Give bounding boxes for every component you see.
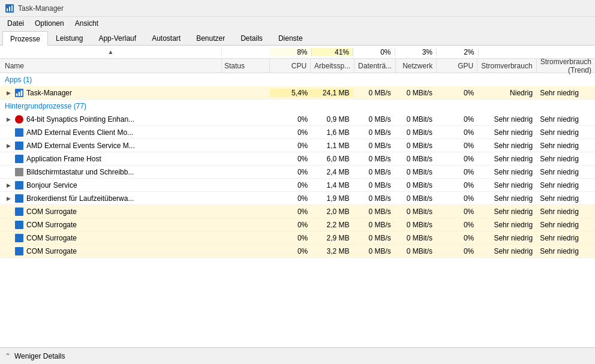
strom-trend-cell: Sehr niedrig <box>536 194 595 203</box>
bottom-bar: ⌃ Weniger Details <box>0 347 595 364</box>
ram-cell: 0,9 MB <box>311 115 353 124</box>
amd-client-icon <box>14 128 24 137</box>
proc-name-cell: ▶ Task-Manager <box>0 88 222 98</box>
strom-cell: Sehr niedrig <box>477 181 536 189</box>
expand-btn[interactable]: ▶ <box>5 195 12 202</box>
strom-trend-cell: Sehr niedrig <box>536 128 595 137</box>
proc-name-cell: ▶ Bonjour Service <box>0 181 222 190</box>
proc-name-cell: COM Surrogate <box>0 220 222 230</box>
menu-ansicht[interactable]: Ansicht <box>70 18 103 29</box>
proc-label: Bonjour Service <box>26 181 77 189</box>
table-row[interactable]: COM Surrogate 0% 2,0 MB 0 MB/s 0 MBit/s … <box>0 205 595 218</box>
ram-cell: 24,1 MB <box>311 89 353 97</box>
cpu-pct: 8% <box>270 48 312 56</box>
ram-cell: 3,2 MB <box>311 247 353 255</box>
menu-datei[interactable]: Datei <box>2 18 29 29</box>
proc-label: COM Surrogate <box>26 207 77 216</box>
header-arbeitsspeicher[interactable]: Arbeitssp... <box>311 59 354 73</box>
amd-service-icon <box>14 141 24 151</box>
gpu-cell: 0% <box>436 128 477 137</box>
header-name[interactable]: Name <box>0 59 222 73</box>
table-row[interactable]: ▶ Brokerdienst für Laufzeitüberwa... 0% … <box>0 192 595 205</box>
no-expand <box>5 155 12 163</box>
expand-btn[interactable]: ▶ <box>5 142 12 149</box>
svg-rect-1 <box>7 8 8 11</box>
com-surrogate-icon-4 <box>14 246 24 256</box>
percentage-row: ▲ 8% 41% 0% 3% 2% <box>0 46 595 59</box>
main-content: ▲ 8% 41% 0% 3% 2% Name Status CPU Arbeit… <box>0 46 595 347</box>
gpu-pct: 2% <box>437 48 479 56</box>
header-netzwerk[interactable]: Netzwerk <box>396 59 437 73</box>
header-cpu[interactable]: CPU <box>270 59 311 73</box>
gpu-cell: 0% <box>436 207 477 216</box>
proc-name-cell: ▶ Brokerdienst für Laufzeitüberwa... <box>0 194 222 203</box>
proc-name-cell: ▶ AMD External Events Service M... <box>0 141 222 151</box>
no-expand <box>5 169 12 176</box>
svg-rect-2 <box>9 7 10 11</box>
header-gpu[interactable]: GPU <box>437 59 477 73</box>
strom-trend-cell: Sehr niedrig <box>536 115 595 124</box>
com-surrogate-icon-3 <box>14 233 24 243</box>
expand-btn[interactable]: ▶ <box>5 116 12 123</box>
proc-label: Task-Manager <box>26 89 72 97</box>
header-datentraeger[interactable]: Datenträ... <box>354 59 396 73</box>
no-expand <box>5 221 12 228</box>
strom-trend-cell: Sehr niedrig <box>536 207 595 216</box>
net-cell: 0 MBit/s <box>395 168 436 176</box>
table-row[interactable]: ▶ Bonjour Service 0% 1,4 MB 0 MB/s 0 MBi… <box>0 179 595 192</box>
tab-benutzer[interactable]: Benutzer <box>188 31 233 45</box>
expand-btn[interactable]: ▶ <box>5 182 12 189</box>
strom-trend-cell: Sehr niedrig <box>536 142 595 150</box>
no-expand <box>5 248 12 255</box>
title-bar-icon <box>5 4 14 13</box>
proc-label: COM Surrogate <box>26 221 77 229</box>
table-row[interactable]: COM Surrogate 0% 2,2 MB 0 MB/s 0 MBit/s … <box>0 218 595 231</box>
menu-bar: Datei Optionen Ansicht <box>0 17 595 30</box>
cpu-cell: 0% <box>270 115 311 124</box>
table-row[interactable]: COM Surrogate 0% 2,9 MB 0 MB/s 0 MBit/s … <box>0 231 595 245</box>
svg-rect-6 <box>19 92 20 96</box>
cpu-cell: 0% <box>270 142 311 150</box>
cpu-cell: 0% <box>270 234 311 242</box>
tab-prozesse[interactable]: Prozesse <box>2 31 48 46</box>
proc-label: AMD External Events Service M... <box>26 142 135 150</box>
table-row[interactable]: Bildschirmtastatur und Schreibb... 0% 2,… <box>0 166 595 179</box>
ram-cell: 1,9 MB <box>311 194 353 203</box>
expand-btn[interactable]: ▶ <box>5 89 12 97</box>
cpu-cell: 5,4% <box>270 89 311 97</box>
net-cell: 0 MBit/s <box>395 194 436 203</box>
gpu-cell: 0% <box>436 155 477 163</box>
tab-details[interactable]: Details <box>233 31 271 45</box>
table-row[interactable]: AMD External Events Client Mo... 0% 1,6 … <box>0 126 595 139</box>
ram-cell: 1,1 MB <box>311 142 353 150</box>
com-surrogate-icon-2 <box>14 220 24 230</box>
header-stromverbrauch[interactable]: Stromverbrauch <box>477 59 536 73</box>
table-body: Apps (1) ▶ Task-Manager 5,4% 24,1 MB 0 M… <box>0 73 595 347</box>
cpu-cell: 0% <box>270 194 311 203</box>
proc-label: Brokerdienst für Laufzeitüberwa... <box>26 194 134 203</box>
bildschirm-icon <box>14 167 24 177</box>
strom-cell: Niedrig <box>477 89 536 97</box>
tab-app-verlauf[interactable]: App-Verlauf <box>91 31 144 45</box>
disk-pct: 0% <box>353 48 395 56</box>
table-row[interactable]: COM Surrogate 0% 3,2 MB 0 MB/s 0 MBit/s … <box>0 245 595 258</box>
cpu-cell: 0% <box>270 128 311 137</box>
table-row[interactable]: ▶ AMD External Events Service M... 0% 1,… <box>0 139 595 152</box>
table-row[interactable]: ▶ 64-bit Synaptics Pointing Enhan... 0% … <box>0 113 595 126</box>
menu-optionen[interactable]: Optionen <box>30 18 69 29</box>
weniger-details-label[interactable]: Weniger Details <box>14 352 65 360</box>
header-status[interactable]: Status <box>222 59 270 73</box>
header-stromverbrauch-trend[interactable]: Stromverbrauch (Trend) <box>537 59 595 73</box>
strom-cell: Sehr niedrig <box>477 234 536 242</box>
svg-rect-7 <box>21 90 23 96</box>
tab-autostart[interactable]: Autostart <box>144 31 188 45</box>
table-row[interactable]: ▶ Task-Manager 5,4% 24,1 MB 0 MB/s 0 MBi… <box>0 86 595 100</box>
disk-cell: 0 MB/s <box>353 115 395 124</box>
tab-dienste[interactable]: Dienste <box>271 31 311 45</box>
gpu-cell: 0% <box>436 115 477 124</box>
tab-leistung[interactable]: Leistung <box>48 31 91 45</box>
table-row[interactable]: Application Frame Host 0% 6,0 MB 0 MB/s … <box>0 152 595 166</box>
disk-cell: 0 MB/s <box>353 234 395 242</box>
proc-label: 64-bit Synaptics Pointing Enhan... <box>26 115 134 124</box>
gpu-cell: 0% <box>436 221 477 229</box>
